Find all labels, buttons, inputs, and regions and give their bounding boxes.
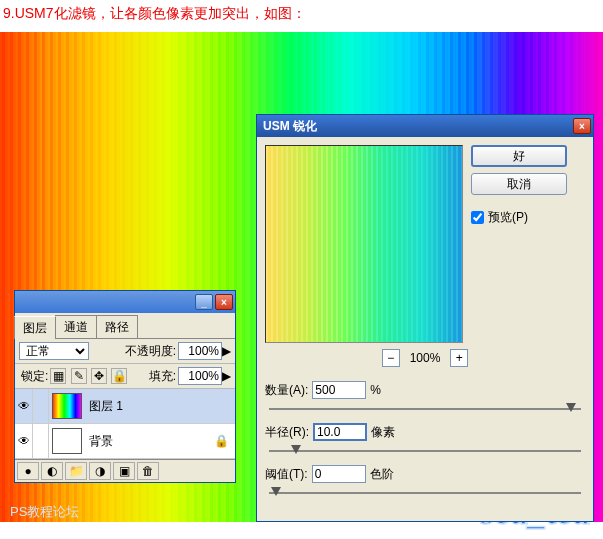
layer-style-icon[interactable]: ● <box>17 462 39 480</box>
layers-footer: ● ◐ 📁 ◑ ▣ 🗑 <box>15 459 235 482</box>
ok-button[interactable]: 好 <box>471 145 567 167</box>
amount-label: 数量(A): <box>265 382 308 399</box>
radius-unit: 像素 <box>371 424 395 441</box>
tab-layers[interactable]: 图层 <box>14 316 56 339</box>
zoom-in-button[interactable]: + <box>450 349 468 367</box>
link-cell[interactable] <box>33 424 49 458</box>
blend-mode-select[interactable]: 正常 <box>19 342 89 360</box>
adjustment-layer-icon[interactable]: ◑ <box>89 462 111 480</box>
page-caption: 9.USM7化滤镜，让各颜色像素更加突出，如图： <box>0 0 603 28</box>
filter-preview[interactable] <box>265 145 463 343</box>
new-layer-icon[interactable]: ▣ <box>113 462 135 480</box>
preview-checkbox-row[interactable]: 预览(P) <box>471 209 585 226</box>
tab-channels[interactable]: 通道 <box>55 315 97 338</box>
layer-name[interactable]: 背景 <box>85 433 113 450</box>
close-icon[interactable]: × <box>573 118 591 134</box>
radius-input[interactable] <box>313 423 367 441</box>
fill-label: 填充: <box>149 368 176 385</box>
preview-label: 预览(P) <box>488 209 528 226</box>
layer-mask-icon[interactable]: ◐ <box>41 462 63 480</box>
layer-list: 👁 图层 1 👁 背景 🔒 <box>15 389 235 459</box>
opacity-input[interactable] <box>178 342 222 360</box>
link-cell[interactable] <box>33 389 49 423</box>
lock-all-icon[interactable]: 🔒 <box>111 368 127 384</box>
lock-paint-icon[interactable]: ✎ <box>71 368 87 384</box>
preview-checkbox[interactable] <box>471 211 484 224</box>
amount-slider[interactable] <box>265 401 585 417</box>
visibility-icon[interactable]: 👁 <box>15 424 33 458</box>
minimize-icon[interactable]: _ <box>195 294 213 310</box>
lock-transparency-icon[interactable]: ▦ <box>50 368 66 384</box>
layer-name[interactable]: 图层 1 <box>85 398 123 415</box>
delete-layer-icon[interactable]: 🗑 <box>137 462 159 480</box>
blend-row: 正常 不透明度: ▶ <box>15 339 235 364</box>
lock-move-icon[interactable]: ✥ <box>91 368 107 384</box>
zoom-out-button[interactable]: − <box>382 349 400 367</box>
tab-paths[interactable]: 路径 <box>96 315 138 338</box>
radius-label: 半径(R): <box>265 424 309 441</box>
layer-row[interactable]: 👁 图层 1 <box>15 389 235 424</box>
usm-dialog: USM 锐化 × 好 取消 预览(P) − 100% + 数量(A): <box>256 114 594 522</box>
layers-panel: _ × 图层 通道 路径 正常 不透明度: ▶ 锁定: ▦ ✎ ✥ 🔒 填充: … <box>14 290 236 483</box>
threshold-label: 阈值(T): <box>265 466 308 483</box>
opacity-label: 不透明度: <box>125 343 176 360</box>
fill-input[interactable] <box>178 367 222 385</box>
close-icon[interactable]: × <box>215 294 233 310</box>
cancel-button[interactable]: 取消 <box>471 173 567 195</box>
layers-tabs: 图层 通道 路径 <box>15 313 235 339</box>
chevron-right-icon[interactable]: ▶ <box>222 369 231 383</box>
threshold-unit: 色阶 <box>370 466 394 483</box>
layer-thumbnail[interactable] <box>52 428 82 454</box>
lock-icons: ▦ ✎ ✥ 🔒 <box>50 368 128 384</box>
amount-unit: % <box>370 383 381 397</box>
lock-icon: 🔒 <box>214 434 229 448</box>
amount-input[interactable] <box>312 381 366 399</box>
new-folder-icon[interactable]: 📁 <box>65 462 87 480</box>
visibility-icon[interactable]: 👁 <box>15 389 33 423</box>
zoom-value: 100% <box>410 351 441 365</box>
layer-row[interactable]: 👁 背景 🔒 <box>15 424 235 459</box>
radius-slider[interactable] <box>265 443 585 459</box>
usm-titlebar[interactable]: USM 锐化 × <box>257 115 593 137</box>
layer-thumbnail[interactable] <box>52 393 82 419</box>
threshold-input[interactable] <box>312 465 366 483</box>
dialog-title: USM 锐化 <box>263 118 317 135</box>
chevron-right-icon[interactable]: ▶ <box>222 344 231 358</box>
threshold-slider[interactable] <box>265 485 585 501</box>
website-label: PS教程论坛 <box>10 503 79 521</box>
layers-titlebar[interactable]: _ × <box>15 291 235 313</box>
lock-label: 锁定: <box>21 368 48 385</box>
lock-row: 锁定: ▦ ✎ ✥ 🔒 填充: ▶ <box>15 364 235 389</box>
